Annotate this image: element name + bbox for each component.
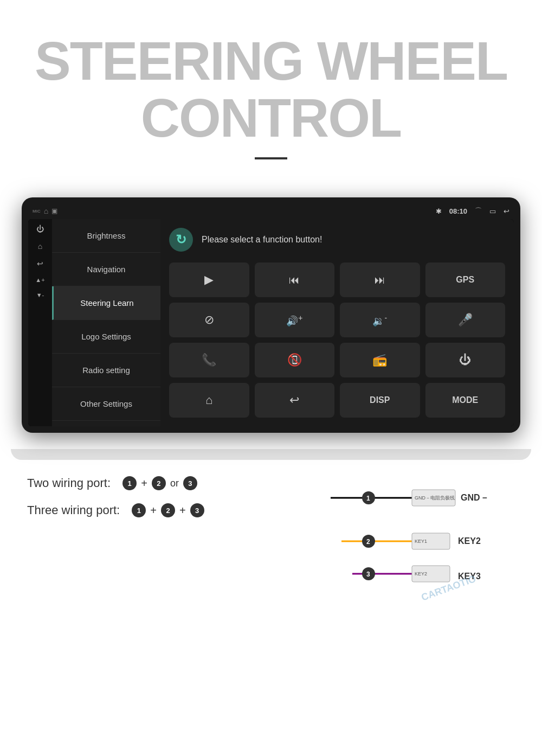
- prev-icon: ⏮: [289, 274, 300, 286]
- or-text: or: [170, 478, 179, 489]
- svg-text:GND－: GND－: [461, 493, 489, 502]
- vol-down-side-icon[interactable]: ▼-: [36, 292, 44, 298]
- two-wiring-line: Two wiring port: 1 + 2 or 3: [27, 476, 314, 490]
- mode-label: MODE: [452, 395, 478, 405]
- wiring-left: Two wiring port: 1 + 2 or 3 Three wiring…: [27, 476, 314, 530]
- menu-sidebar: Brightness Navigation Steering Learn Log…: [52, 219, 160, 426]
- back-ctrl-icon: ↩: [289, 393, 299, 407]
- prev-button[interactable]: ⏮: [255, 262, 335, 297]
- button-grid: ▶ ⏮ ⏭ GPS ⊘: [169, 262, 505, 418]
- plus-3: +: [179, 504, 186, 517]
- badge-3a: 3: [183, 476, 197, 490]
- plus-1: +: [141, 477, 147, 490]
- play-icon: ▶: [204, 273, 214, 287]
- wiring-diagram: GND－电阻负极线 KEY1 KEY2 1 2 3 GND－ KEY2 KEY3…: [325, 476, 515, 641]
- badge-2b: 2: [161, 503, 175, 517]
- home-ctrl-icon: ⌂: [205, 393, 212, 407]
- title-divider: [255, 157, 287, 159]
- mode-button[interactable]: MODE: [425, 383, 506, 418]
- disp-button[interactable]: DISP: [340, 383, 420, 418]
- device-shadow: [11, 449, 531, 460]
- vol-down-button[interactable]: 🔉-: [340, 303, 420, 337]
- gps-button[interactable]: GPS: [425, 262, 506, 297]
- vol-up-icon: 🔊+: [286, 313, 302, 327]
- vol-up-side-icon[interactable]: ▲+: [35, 277, 44, 283]
- menu-item-logo-settings[interactable]: Logo Settings: [52, 320, 160, 354]
- menu-item-brightness[interactable]: Brightness: [52, 219, 160, 253]
- call-button[interactable]: 📞: [169, 343, 249, 377]
- home-status-icon: ⌂: [44, 207, 48, 215]
- three-wiring-line: Three wiring port: 1 + 2 + 3: [27, 503, 314, 517]
- back-ctrl-button[interactable]: ↩: [255, 383, 335, 418]
- vol-up-button[interactable]: 🔊+: [255, 303, 335, 337]
- back-side-icon[interactable]: ↩: [37, 259, 43, 268]
- two-wiring-label: Two wiring port:: [27, 476, 111, 490]
- menu-item-other-settings[interactable]: Other Settings: [52, 387, 160, 421]
- window-status-icon: ▣: [51, 207, 57, 215]
- battery-icon: ▭: [489, 207, 496, 215]
- next-button[interactable]: ⏭: [340, 262, 420, 297]
- plus-2: +: [150, 504, 157, 517]
- svg-text:KEY2: KEY2: [458, 536, 481, 546]
- refresh-button[interactable]: ↻: [169, 228, 193, 252]
- radio-icon: 📻: [372, 353, 387, 367]
- menu-item-navigation[interactable]: Navigation: [52, 253, 160, 286]
- power-ctrl-button[interactable]: ⏻: [425, 343, 506, 377]
- svg-text:2: 2: [366, 538, 370, 546]
- disp-label: DISP: [370, 395, 390, 405]
- mute-button[interactable]: ⊘: [169, 303, 249, 337]
- badge-1b: 1: [132, 503, 146, 517]
- next-icon: ⏭: [375, 274, 385, 286]
- menu-panel: Brightness Navigation Steering Learn Log…: [52, 219, 514, 426]
- play-button[interactable]: ▶: [169, 262, 249, 297]
- mic-label: MIC: [33, 209, 41, 214]
- device-top-left: MIC ⌂ ▣: [33, 207, 57, 215]
- back-icon: ↩: [504, 207, 509, 215]
- status-time: 08:10: [449, 207, 467, 215]
- main-title-line2: CONTROL: [22, 89, 520, 146]
- radio-button[interactable]: 📻: [340, 343, 420, 377]
- bluetooth-icon: ✱: [436, 207, 442, 215]
- device-body: ⏻ ⌂ ↩ ▲+ ▼- Brightness Navigation Steeri…: [28, 219, 514, 426]
- device-wrapper: MIC ⌂ ▣ ✱ 08:10 ⌒ ▭ ↩ ⏻ ⌂ ↩ ▲+ ▼-: [0, 197, 542, 433]
- end-call-button[interactable]: 📵: [255, 343, 335, 377]
- power-icon[interactable]: ⏻: [36, 225, 44, 233]
- main-content-area: ↻ Please select a function button! ▶ ⏮: [160, 219, 514, 426]
- call-icon: 📞: [202, 353, 216, 367]
- mute-icon: ⊘: [204, 313, 214, 327]
- content-prompt: Please select a function button!: [202, 235, 322, 245]
- menu-item-radio-setting[interactable]: Radio setting: [52, 354, 160, 387]
- refresh-icon: ↻: [176, 232, 186, 247]
- svg-text:3: 3: [366, 571, 370, 578]
- svg-text:1: 1: [366, 495, 370, 502]
- status-bar: ✱ 08:10 ⌒ ▭ ↩: [436, 206, 509, 216]
- wiring-section: Two wiring port: 1 + 2 or 3 Three wiring…: [0, 460, 542, 657]
- svg-text:KEY1: KEY1: [415, 539, 427, 544]
- device-top-bar: MIC ⌂ ▣ ✱ 08:10 ⌒ ▭ ↩: [28, 204, 514, 219]
- mic-icon: 🎤: [458, 313, 473, 327]
- content-header: ↻ Please select a function button!: [169, 228, 505, 252]
- badge-1a: 1: [122, 476, 137, 490]
- svg-text:KEY2: KEY2: [415, 571, 427, 576]
- vol-down-icon: 🔉-: [372, 313, 387, 327]
- badge-3b: 3: [190, 503, 204, 517]
- menu-item-steering-learn[interactable]: Steering Learn: [52, 286, 160, 320]
- power-ctrl-icon: ⏻: [459, 353, 471, 367]
- title-section: STEERING WHEEL CONTROL: [0, 0, 542, 197]
- end-call-icon: 📵: [287, 353, 302, 367]
- home-side-icon[interactable]: ⌂: [38, 242, 42, 251]
- mic-button[interactable]: 🎤: [425, 303, 506, 337]
- gps-label: GPS: [456, 275, 474, 285]
- signal-icon: ⌒: [475, 206, 482, 216]
- main-title-line1: STEERING WHEEL: [22, 33, 520, 89]
- home-ctrl-button[interactable]: ⌂: [169, 383, 249, 418]
- badge-2a: 2: [152, 476, 166, 490]
- left-icons-panel: ⏻ ⌂ ↩ ▲+ ▼-: [28, 219, 52, 426]
- svg-text:GND－电阻负极线: GND－电阻负极线: [415, 495, 455, 501]
- three-wiring-label: Three wiring port:: [27, 503, 120, 517]
- wire-svg: GND－电阻负极线 KEY1 KEY2 1 2 3 GND－ KEY2 KEY3…: [325, 476, 509, 639]
- device-frame: MIC ⌂ ▣ ✱ 08:10 ⌒ ▭ ↩ ⏻ ⌂ ↩ ▲+ ▼-: [22, 197, 520, 433]
